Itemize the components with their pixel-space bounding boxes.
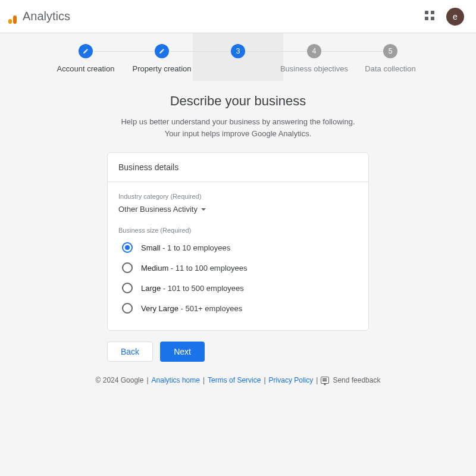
subtitle-line-2: Your input helps improve Google Analytic… [165, 129, 312, 138]
subtitle-line-1: Help us better understand your business … [121, 117, 355, 126]
privacy-link[interactable]: Privacy Policy [269, 376, 314, 384]
radio-icon [122, 262, 133, 273]
copyright: © 2024 Google [96, 376, 144, 384]
app-header: Analytics e [0, 0, 476, 33]
step-label: Property creation [133, 64, 192, 73]
step-label: Business objectives [280, 64, 348, 73]
industry-selected: Other Business Activity [118, 205, 198, 214]
business-size-label: Business size (Required) [118, 227, 358, 234]
radio-icon [122, 303, 133, 314]
radio-label: Small - 1 to 10 employees [141, 243, 230, 252]
step-business-objectives: 4 Business objectives [276, 44, 352, 73]
business-size-group: Small - 1 to 10 employees Medium - 11 to… [118, 237, 358, 318]
card-header: Business details [108, 153, 368, 182]
step-account-creation[interactable]: Account creation [48, 44, 124, 73]
size-option-medium[interactable]: Medium - 11 to 100 employees [118, 258, 358, 278]
back-button[interactable]: Back [107, 342, 153, 362]
step-label: Data collection [365, 64, 415, 73]
analytics-logo-icon [8, 10, 17, 24]
step-property-creation[interactable]: Property creation [124, 44, 200, 73]
page-title: Describe your business [170, 93, 306, 109]
google-apps-icon[interactable] [425, 11, 437, 23]
terms-link[interactable]: Terms of Service [208, 376, 261, 384]
business-details-card: Business details Industry category (Requ… [107, 152, 369, 331]
avatar[interactable]: e [446, 8, 464, 26]
step-number: 4 [307, 44, 321, 58]
next-button[interactable]: Next [160, 342, 205, 362]
pencil-icon [159, 48, 165, 54]
size-option-large[interactable]: Large - 101 to 500 employees [118, 278, 358, 298]
step-business-details[interactable]: 3 Business details [200, 44, 276, 73]
radio-label: Large - 101 to 500 employees [141, 284, 244, 293]
pencil-icon [83, 48, 89, 54]
radio-label: Very Large - 501+ employees [141, 304, 242, 313]
feedback-icon [321, 377, 329, 384]
page-body: Account creation Property creation 3 Bus… [0, 33, 476, 476]
stepper: Account creation Property creation 3 Bus… [48, 33, 428, 73]
step-number: 5 [383, 44, 397, 58]
size-option-very-large[interactable]: Very Large - 501+ employees [118, 298, 358, 318]
radio-icon [122, 242, 133, 253]
step-number: 3 [231, 44, 245, 58]
page-subtitle: Help us better understand your business … [121, 116, 355, 139]
industry-dropdown[interactable]: Other Business Activity [118, 202, 206, 216]
footer: © 2024 Google | Analytics home | Terms o… [96, 376, 381, 384]
step-data-collection: 5 Data collection [352, 44, 428, 73]
send-feedback-link[interactable]: Send feedback [321, 376, 380, 384]
industry-label: Industry category (Required) [118, 193, 358, 200]
radio-label: Medium - 11 to 100 employees [141, 264, 248, 273]
action-bar: Back Next [107, 342, 369, 362]
analytics-home-link[interactable]: Analytics home [152, 376, 200, 384]
chevron-down-icon [201, 208, 206, 211]
size-option-small[interactable]: Small - 1 to 10 employees [118, 237, 358, 258]
product-name: Analytics [23, 10, 70, 23]
step-label: Account creation [57, 64, 115, 73]
radio-icon [122, 283, 133, 293]
